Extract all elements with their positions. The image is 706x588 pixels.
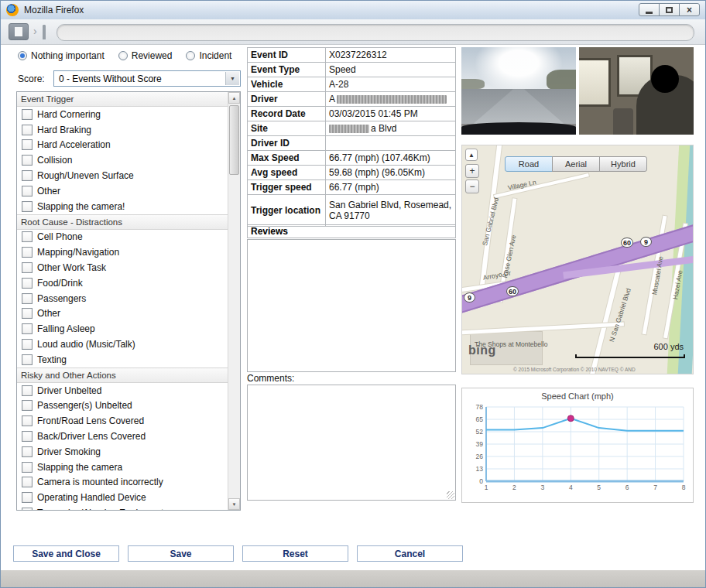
- redaction-bar: [337, 95, 447, 104]
- chevron-icon: ›: [33, 26, 37, 36]
- trees: [547, 70, 576, 91]
- radio-incident[interactable]: Incident: [186, 50, 231, 61]
- radio-nothing-important[interactable]: Nothing important: [18, 50, 105, 61]
- checkbox[interactable]: [22, 385, 33, 396]
- checklist-item-driver-smoking[interactable]: Driver Smoking: [17, 444, 228, 460]
- score-dropdown[interactable]: 0 - Events Without Score ▼: [53, 70, 241, 87]
- checklist-item-other[interactable]: Other: [17, 306, 228, 322]
- checkbox[interactable]: [22, 308, 33, 319]
- checklist-item-back-driver-lens-covered[interactable]: Back/Driver Lens Covered: [17, 429, 228, 444]
- details-row-vehicle: VehicleA-28: [248, 77, 456, 92]
- compass-control[interactable]: ▲: [465, 149, 478, 161]
- checklist-item-loud-audio-music-talk[interactable]: Loud audio (Music/Talk): [17, 337, 228, 352]
- map-tab-road[interactable]: Road: [505, 156, 553, 172]
- titlebar[interactable]: Mozilla Firefox ×: [1, 1, 705, 20]
- checklist-item-driver-unbelted[interactable]: Driver Unbelted: [17, 383, 228, 398]
- checklist-item-hard-braking[interactable]: Hard Braking: [17, 122, 228, 138]
- checklist-item-camera-is-mounted-incorrectly[interactable]: Camera is mounted incorrectly: [17, 475, 228, 491]
- checklist-item-cell-phone[interactable]: Cell Phone: [17, 230, 228, 245]
- scroll-up-button[interactable]: ▲: [228, 92, 240, 104]
- navigation-toolbar: ›: [1, 19, 705, 45]
- details-row-driver: DriverA: [248, 92, 456, 107]
- checklist-scrollbar[interactable]: ▲ ▼: [228, 92, 240, 510]
- radio-circle[interactable]: [186, 51, 195, 60]
- map-tabs: RoadAerialHybrid: [506, 156, 647, 172]
- checkbox[interactable]: [22, 462, 33, 473]
- checkbox[interactable]: [22, 262, 33, 273]
- checklist-item-tampering-abusing-equipment[interactable]: Tampering/Abusing Equipment: [17, 505, 228, 511]
- checklist-item-collision[interactable]: Collision: [17, 152, 228, 168]
- checklist-item-falling-asleep[interactable]: Falling Asleep: [17, 321, 228, 337]
- checklist-item-slapping-the-camera[interactable]: Slapping the camera!: [17, 199, 228, 214]
- checkbox[interactable]: [22, 446, 33, 457]
- checkbox[interactable]: [22, 339, 33, 350]
- checkbox[interactable]: [22, 139, 33, 150]
- checklist-item-passengers[interactable]: Passengers: [17, 291, 228, 306]
- radio-reviewed[interactable]: Reviewed: [118, 50, 173, 61]
- minimize-button[interactable]: [639, 3, 660, 16]
- radio-circle[interactable]: [18, 51, 27, 60]
- map-tab-aerial[interactable]: Aerial: [552, 156, 600, 172]
- checkbox[interactable]: [22, 278, 33, 289]
- checklist-item-food-drink[interactable]: Food/Drink: [17, 275, 228, 291]
- checkbox[interactable]: [22, 323, 33, 334]
- checkbox[interactable]: [22, 508, 33, 511]
- zoom-in-button[interactable]: +: [465, 164, 479, 178]
- resize-grip[interactable]: [447, 491, 454, 499]
- checklist-item-other[interactable]: Other: [17, 183, 228, 199]
- save-and-close-button[interactable]: Save and Close: [13, 545, 119, 562]
- window-controls: ×: [639, 3, 700, 16]
- cancel-button[interactable]: Cancel: [357, 545, 463, 562]
- checkbox-label: Slapping the camera: [37, 462, 122, 473]
- checkbox[interactable]: [22, 231, 33, 242]
- checkbox[interactable]: [22, 186, 33, 197]
- map-tab-hybrid[interactable]: Hybrid: [599, 156, 647, 172]
- cabin-camera-frame: [579, 47, 694, 135]
- map-canvas[interactable]: Village LnSan Gabriel BlvdRose Glen AveA…: [461, 145, 694, 374]
- checklist-item-front-road-lens-covered[interactable]: Front/Road Lens Covered: [17, 413, 228, 429]
- scroll-down-button[interactable]: ▼: [228, 498, 240, 510]
- checklist-item-hard-acceleration[interactable]: Hard Acceleration: [17, 138, 228, 153]
- checkbox[interactable]: [22, 492, 33, 503]
- checkbox[interactable]: [22, 415, 33, 426]
- checkbox[interactable]: [22, 477, 33, 487]
- checklist-item-texting[interactable]: Texting: [17, 352, 228, 368]
- checkbox[interactable]: [22, 400, 33, 411]
- checkbox[interactable]: [22, 247, 33, 258]
- checkbox[interactable]: [22, 293, 33, 304]
- maximize-button[interactable]: [659, 3, 680, 16]
- checkbox-label: Tampering/Abusing Equipment: [37, 508, 163, 511]
- checkbox-label: Back/Driver Lens Covered: [37, 431, 146, 442]
- checkbox[interactable]: [22, 109, 33, 120]
- field-label: Record Date: [248, 107, 326, 121]
- scrollbar-thumb[interactable]: [229, 105, 239, 175]
- checkbox-label: Hard Acceleration: [37, 139, 111, 150]
- checklist-item-slapping-the-camera[interactable]: Slapping the camera: [17, 460, 228, 475]
- radio-circle[interactable]: [118, 51, 128, 60]
- reset-button[interactable]: Reset: [242, 545, 348, 562]
- checkbox[interactable]: [22, 354, 33, 365]
- checklist-item-passenger-s-unbelted[interactable]: Passenger(s) Unbelted: [17, 398, 228, 414]
- svg-text:52: 52: [476, 428, 484, 436]
- checklist-item-mapping-navigation[interactable]: Mapping/Navigation: [17, 244, 228, 260]
- url-bar[interactable]: [57, 24, 694, 41]
- checkbox[interactable]: [22, 155, 33, 166]
- firefox-icon: [6, 4, 19, 16]
- field-value: 66.77 (mph): [326, 180, 456, 195]
- field-label: Site: [248, 121, 326, 136]
- checklist-item-hard-cornering[interactable]: Hard Cornering: [17, 107, 228, 122]
- checkbox[interactable]: [22, 431, 33, 442]
- checklist-item-rough-uneven-surface[interactable]: Rough/Uneven Surface: [17, 168, 228, 183]
- comments-input[interactable]: [247, 385, 456, 501]
- checklist-item-operating-handled-device[interactable]: Operating Handled Device: [17, 490, 228, 505]
- checkbox[interactable]: [22, 170, 33, 181]
- close-button[interactable]: ×: [679, 3, 700, 16]
- checklist-item-other-work-task[interactable]: Other Work Task: [17, 260, 228, 275]
- save-button[interactable]: Save: [128, 545, 234, 562]
- zoom-out-button[interactable]: −: [465, 179, 479, 193]
- field-value: 59.68 (mph) (96.05Km): [326, 166, 456, 180]
- site-identity-button[interactable]: [9, 23, 29, 40]
- chevron-down-icon[interactable]: ▼: [225, 72, 239, 85]
- checkbox[interactable]: [22, 125, 33, 135]
- checkbox[interactable]: [22, 201, 33, 212]
